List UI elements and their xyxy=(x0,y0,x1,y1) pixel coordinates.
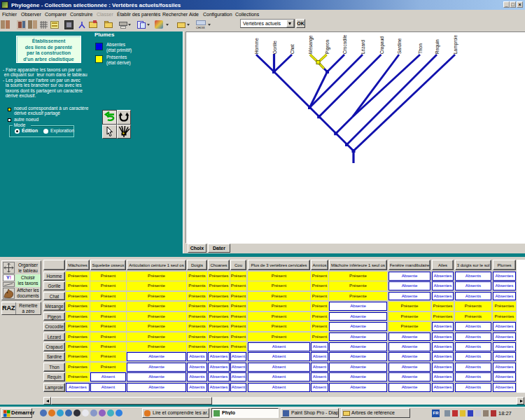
svg-text:Lamproie: Lamproie xyxy=(453,35,458,54)
svg-text:Crapaud: Crapaud xyxy=(379,36,385,54)
svg-text:Homme: Homme xyxy=(254,38,259,54)
svg-text:Pigeon: Pigeon xyxy=(325,39,330,54)
svg-text:Gorille: Gorille xyxy=(272,41,277,54)
svg-text:Crocodile: Crocodile xyxy=(342,34,347,54)
svg-text:Thon: Thon xyxy=(418,43,423,54)
svg-text:Sardine: Sardine xyxy=(397,38,402,54)
svg-text:Requin: Requin xyxy=(435,39,440,54)
svg-text:Chat: Chat xyxy=(290,44,295,54)
svg-text:Lézard: Lézard xyxy=(360,40,365,54)
svg-text:Mésange: Mésange xyxy=(308,35,314,54)
